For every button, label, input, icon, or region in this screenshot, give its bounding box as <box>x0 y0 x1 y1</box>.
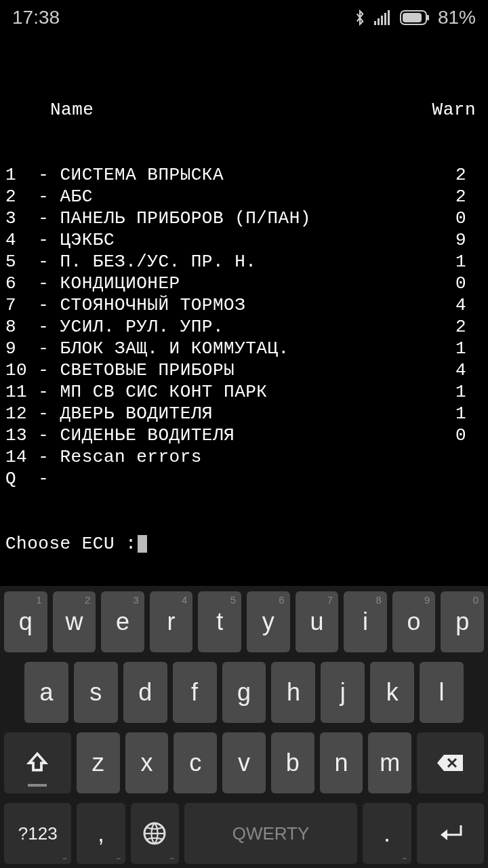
key-k[interactable]: k <box>370 662 414 723</box>
terminal-output[interactable]: Name Warn 1 - СИСТЕМА ВПРЫСКА22 - АБС23 … <box>0 31 488 576</box>
svg-rect-0 <box>374 21 376 25</box>
key-a[interactable]: a <box>24 662 68 723</box>
row-name: СВЕТОВЫЕ ПРИБОРЫ <box>60 359 455 381</box>
key-x[interactable]: x <box>125 732 169 793</box>
terminal-row: 13 - СИДЕНЬЕ ВОДИТЕЛЯ0 <box>5 425 483 446</box>
enter-key[interactable] <box>417 803 484 864</box>
terminal-row: 1 - СИСТЕМА ВПРЫСКА2 <box>5 164 483 186</box>
row-warn <box>455 468 483 490</box>
row-index: 1 - <box>5 164 60 186</box>
header-warn: Warn <box>432 99 483 121</box>
row-index: 11 - <box>5 381 60 403</box>
comma-key[interactable]: , ... <box>77 803 125 864</box>
signal-icon <box>374 10 392 25</box>
cursor <box>138 535 147 553</box>
terminal-row: Q - <box>5 468 483 490</box>
key-y[interactable]: y6 <box>247 591 290 652</box>
row-name: АБС <box>60 186 455 208</box>
row-warn: 1 <box>455 403 483 425</box>
terminal-row: 12 - ДВЕРЬ ВОДИТЕЛЯ1 <box>5 403 483 425</box>
battery-percent: 81% <box>438 7 476 28</box>
key-e[interactable]: e3 <box>101 591 144 652</box>
key-z[interactable]: z <box>77 732 120 793</box>
battery-icon <box>400 10 430 25</box>
key-v[interactable]: v <box>222 732 266 793</box>
period-key[interactable]: . ... <box>363 803 411 864</box>
key-j[interactable]: j <box>321 662 365 723</box>
symbols-key[interactable]: ?123 ... <box>4 803 71 864</box>
key-n[interactable]: n <box>320 732 363 793</box>
shift-key[interactable] <box>4 732 71 793</box>
terminal-row: 5 - П. БЕЗ./УС. ПР. Н.1 <box>5 251 483 273</box>
row-index: 7 - <box>5 294 60 316</box>
terminal-row: 3 - ПАНЕЛЬ ПРИБОРОВ (П/ПАН)0 <box>5 208 483 229</box>
svg-rect-3 <box>384 13 386 25</box>
row-name: ПАНЕЛЬ ПРИБОРОВ (П/ПАН) <box>60 208 455 229</box>
row-name: СТОЯНОЧНЫЙ ТОРМОЗ <box>60 294 455 316</box>
key-b[interactable]: b <box>271 732 314 793</box>
row-warn: 1 <box>455 338 483 359</box>
row-name: СИСТЕМА ВПРЫСКА <box>60 164 455 186</box>
row-warn: 1 <box>455 251 483 273</box>
row-name: ДВЕРЬ ВОДИТЕЛЯ <box>60 403 455 425</box>
row-index: 9 - <box>5 338 60 359</box>
svg-rect-2 <box>381 16 383 25</box>
space-key[interactable]: QWERTY <box>184 803 358 864</box>
row-warn: 0 <box>455 425 483 446</box>
row-warn: 0 <box>455 208 483 229</box>
row-index: 2 - <box>5 186 60 208</box>
terminal-row: 9 - БЛОК ЗАЩ. И КОММУТАЦ.1 <box>5 338 483 359</box>
row-name: КОНДИЦИОНЕР <box>60 273 455 294</box>
row-warn: 2 <box>455 186 483 208</box>
row-index: 4 - <box>5 229 60 251</box>
key-g[interactable]: g <box>222 662 266 723</box>
row-index: 3 - <box>5 208 60 229</box>
row-warn: 1 <box>455 381 483 403</box>
terminal-row: 8 - УСИЛ. РУЛ. УПР.2 <box>5 316 483 338</box>
row-index: Q - <box>5 468 60 490</box>
key-m[interactable]: m <box>368 732 411 793</box>
key-p[interactable]: p0 <box>441 591 484 652</box>
backspace-key[interactable] <box>417 732 484 793</box>
key-i[interactable]: i8 <box>344 591 387 652</box>
row-warn: 9 <box>455 229 483 251</box>
terminal-row: 6 - КОНДИЦИОНЕР0 <box>5 273 483 294</box>
key-t[interactable]: t5 <box>198 591 241 652</box>
row-name: СИДЕНЬЕ ВОДИТЕЛЯ <box>60 425 455 446</box>
row-index: 13 - <box>5 425 60 446</box>
svg-rect-1 <box>378 18 380 25</box>
row-warn: 2 <box>455 164 483 186</box>
key-h[interactable]: h <box>271 662 315 723</box>
row-index: 5 - <box>5 251 60 273</box>
row-index: 12 - <box>5 403 60 425</box>
status-time: 17:38 <box>12 7 60 28</box>
header-name: Name <box>5 99 94 121</box>
key-c[interactable]: c <box>174 732 217 793</box>
key-q[interactable]: q1 <box>4 591 47 652</box>
key-u[interactable]: u7 <box>296 591 339 652</box>
key-r[interactable]: r4 <box>150 591 193 652</box>
key-l[interactable]: l <box>420 662 464 723</box>
keyboard: q1w2e3r4t5y6u7i8o9p0 asdfghjkl zxcvbnm ?… <box>0 586 488 868</box>
prompt-line[interactable]: Choose ECU : <box>5 533 483 555</box>
row-warn: 0 <box>455 273 483 294</box>
bluetooth-icon <box>354 8 366 27</box>
row-warn <box>455 446 483 468</box>
key-o[interactable]: o9 <box>392 591 436 652</box>
key-s[interactable]: s <box>74 662 118 723</box>
row-name: ЦЭКБС <box>60 229 455 251</box>
row-name: УСИЛ. РУЛ. УПР. <box>60 316 455 338</box>
status-right: 81% <box>354 7 476 28</box>
key-f[interactable]: f <box>173 662 217 723</box>
terminal-row: 4 - ЦЭКБС9 <box>5 229 483 251</box>
language-key[interactable]: ... <box>131 803 179 864</box>
row-warn: 4 <box>455 359 483 381</box>
terminal-row: 14 - Rescan errors <box>5 446 483 468</box>
key-w[interactable]: w2 <box>53 591 96 652</box>
row-name: МП СВ СИС КОНТ ПАРК <box>60 381 455 403</box>
row-index: 6 - <box>5 273 60 294</box>
row-name <box>60 468 455 490</box>
row-index: 8 - <box>5 316 60 338</box>
key-d[interactable]: d <box>123 662 167 723</box>
status-bar: 17:38 81% <box>0 0 488 31</box>
